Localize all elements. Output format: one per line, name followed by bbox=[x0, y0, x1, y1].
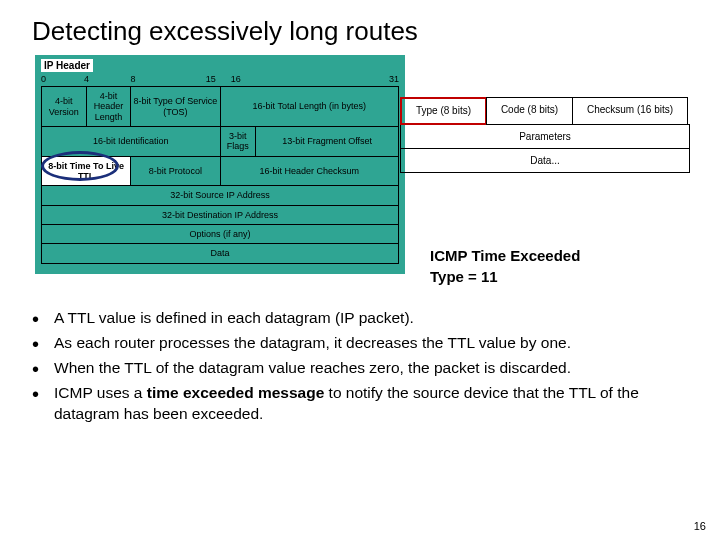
bit-16: 16 bbox=[231, 74, 241, 84]
ip-totlen: 16-bit Total Length (in bytes) bbox=[220, 87, 399, 127]
bit-0: 0 bbox=[41, 74, 46, 84]
page-number: 16 bbox=[694, 520, 706, 532]
icmp-caption-line1: ICMP Time Exceeded bbox=[430, 245, 580, 266]
content-area: IP Header 0 4 8 15 16 31 4-bit Version 4… bbox=[0, 55, 720, 305]
ip-header-label: IP Header bbox=[41, 59, 93, 72]
ip-src: 32-bit Source IP Address bbox=[42, 186, 399, 205]
icmp-params-cell: Parameters bbox=[400, 124, 690, 149]
ip-data: Data bbox=[42, 244, 399, 263]
ip-header-table: 4-bit Version 4-bit Header Length 8-bit … bbox=[41, 86, 399, 264]
icmp-checksum-cell: Checksum (16 bits) bbox=[572, 97, 688, 125]
ip-tos: 8-bit Type Of Service (TOS) bbox=[131, 87, 220, 127]
bit-8: 8 bbox=[131, 74, 136, 84]
bullet-4b: time exceeded message bbox=[147, 384, 325, 401]
icmp-caption-line2: Type = 11 bbox=[430, 266, 580, 287]
bit-ruler: 0 4 8 15 16 31 bbox=[41, 74, 399, 86]
diagram-area: IP Header 0 4 8 15 16 31 4-bit Version 4… bbox=[20, 55, 700, 305]
ip-cksum: 16-bit Header Checksum bbox=[220, 156, 399, 186]
icmp-data-cell: Data... bbox=[400, 148, 690, 173]
bullet-list: A TTL value is defined in each datagram … bbox=[32, 308, 692, 429]
bullet-1: A TTL value is defined in each datagram … bbox=[32, 308, 692, 329]
bullet-2: As each router processes the datagram, i… bbox=[32, 333, 692, 354]
slide-title: Detecting excessively long routes bbox=[0, 0, 720, 55]
ip-proto: 8-bit Protocol bbox=[131, 156, 220, 186]
bit-31: 31 bbox=[389, 74, 399, 84]
bit-4: 4 bbox=[84, 74, 89, 84]
ip-options: Options (if any) bbox=[42, 225, 399, 244]
ip-frag: 13-bit Fragment Offset bbox=[256, 127, 399, 157]
ip-ttl: 8-bit Time To Live TTL bbox=[42, 156, 131, 186]
bullet-4: ICMP uses a time exceeded message to not… bbox=[32, 383, 692, 425]
ip-dst: 32-bit Destination IP Address bbox=[42, 205, 399, 224]
ip-id: 16-bit Identification bbox=[42, 127, 221, 157]
ip-flags: 3-bit Flags bbox=[220, 127, 256, 157]
bit-15: 15 bbox=[206, 74, 216, 84]
ip-header-diagram: IP Header 0 4 8 15 16 31 4-bit Version 4… bbox=[35, 55, 405, 274]
icmp-code-cell: Code (8 bits) bbox=[486, 97, 573, 125]
icmp-caption: ICMP Time Exceeded Type = 11 bbox=[430, 245, 580, 287]
icmp-diagram: Type (8 bits) Code (8 bits) Checksum (16… bbox=[400, 97, 690, 173]
ip-version: 4-bit Version bbox=[42, 87, 87, 127]
ip-hlen: 4-bit Header Length bbox=[86, 87, 131, 127]
bullet-4a: ICMP uses a bbox=[54, 384, 147, 401]
bullet-3: When the TTL of the datagram value reach… bbox=[32, 358, 692, 379]
icmp-type-cell: Type (8 bits) bbox=[400, 97, 487, 125]
